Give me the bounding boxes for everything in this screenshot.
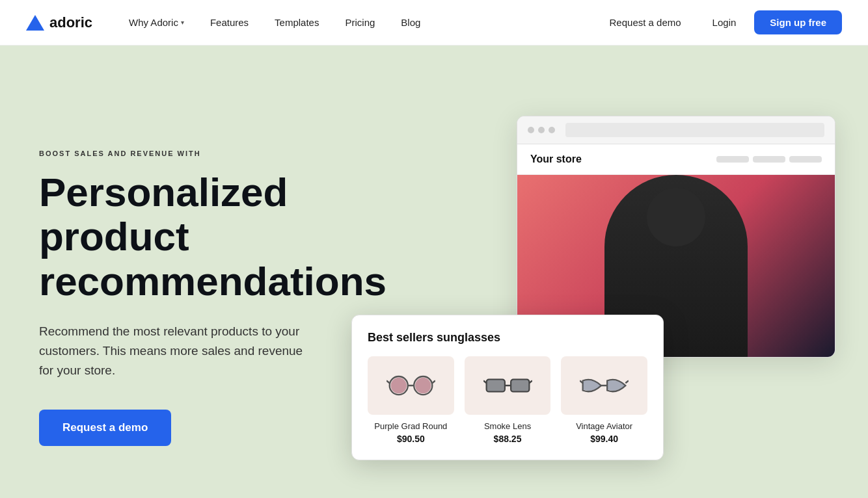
nav-links: Why Adoric ▾ Features Templates Pricing … [118,12,597,33]
rec-product-name-3: Vintage Aviator [576,421,632,431]
store-nav-pill-1 [716,156,749,163]
rec-product-name-2: Smoke Lens [484,421,531,431]
browser-dot-2 [538,127,545,133]
browser-dot-3 [549,127,555,133]
request-demo-nav-button[interactable]: Request a demo [597,10,694,34]
rec-product-price-3: $99.40 [590,434,618,444]
rec-card-title: Best sellers sunglasses [368,331,647,345]
svg-line-5 [387,380,390,383]
login-button[interactable]: Login [699,10,750,34]
rec-product-price-2: $88.25 [494,434,522,444]
recommendation-card: Best sellers sunglasses [351,315,664,460]
sunglasses-aviator-icon [580,371,629,400]
store-title: Your store [530,153,582,165]
navbar: adoric Why Adoric ▾ Features Templates P… [0,0,868,46]
store-nav-pill-2 [753,156,785,163]
store-nav-pill-3 [789,156,822,163]
nav-actions: Request a demo Login Sign up free [597,10,842,34]
signup-button[interactable]: Sign up free [754,10,842,34]
rec-product-2[interactable]: Smoke Lens $88.25 [465,356,551,444]
hero-section: BOOST SALES AND REVENUE WITH Personalize… [0,46,868,498]
logo-link[interactable]: adoric [26,14,92,31]
rec-product-price-1: $90.50 [397,434,425,444]
nav-pricing[interactable]: Pricing [334,12,385,33]
rec-product-1[interactable]: Purple Grad Round $90.50 [368,356,454,444]
hero-cta-button[interactable]: Request a demo [39,410,171,446]
svg-rect-9 [487,380,504,391]
rec-product-img-1 [368,356,454,415]
hero-eyebrow: BOOST SALES AND REVENUE WITH [39,150,377,157]
store-nav-pills [716,156,822,163]
browser-topbar [517,116,835,144]
brand-name: adoric [49,14,92,31]
nav-blog[interactable]: Blog [390,12,431,33]
nav-features[interactable]: Features [200,12,259,33]
sunglasses-round-icon [387,371,435,400]
browser-dot-1 [528,127,534,133]
hero-right: Your store Best sellers sunglasses [377,103,829,480]
browser-url-bar [565,123,824,137]
svg-line-16 [625,380,629,383]
svg-rect-10 [511,380,528,391]
svg-point-3 [415,377,431,393]
rec-product-3[interactable]: Vintage Aviator $99.40 [561,356,647,444]
hero-description: Recommend the most relevant products to … [39,322,312,381]
rec-products-list: Purple Grad Round $90.50 [368,356,647,444]
nav-why-adoric[interactable]: Why Adoric ▾ [118,12,195,33]
svg-line-6 [432,380,435,383]
store-header: Your store [517,144,835,175]
rec-product-img-3 [561,356,647,415]
hero-title: Personalized product recommendations [39,170,377,304]
rec-product-img-2 [465,356,551,415]
svg-point-2 [390,377,406,393]
rec-product-name-1: Purple Grad Round [374,421,447,431]
sunglasses-smoke-icon [483,371,532,400]
logo-triangle-icon [26,15,44,31]
hero-left: BOOST SALES AND REVENUE WITH Personalize… [39,137,377,446]
nav-templates[interactable]: Templates [264,12,329,33]
chevron-down-icon: ▾ [181,19,184,26]
